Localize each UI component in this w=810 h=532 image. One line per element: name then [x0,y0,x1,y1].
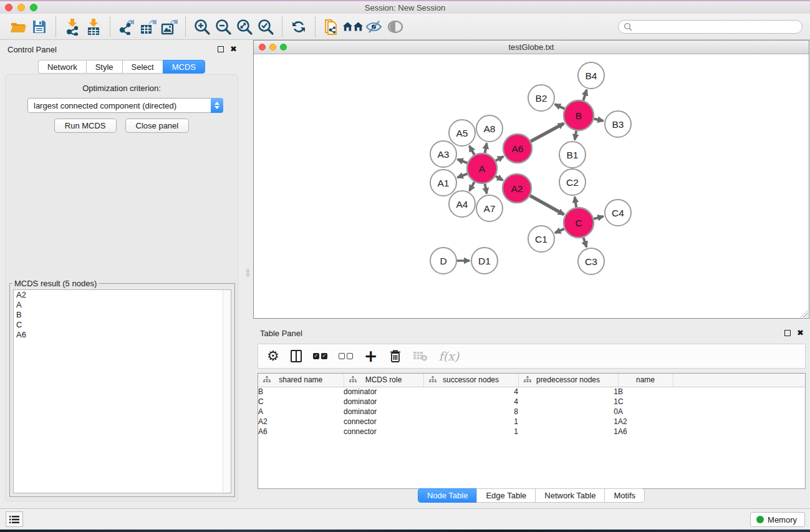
node-B[interactable]: B [564,100,594,130]
memory-button[interactable]: Memory [750,512,805,527]
network-canvas[interactable]: AA1A3A5A8A4A7A6A2BB1B2B3B4CC1C2C3C4DD1 [254,54,809,318]
table-row[interactable]: A6connector11A6 [258,427,806,437]
import-network-button[interactable] [62,16,83,37]
save-session-button[interactable] [29,16,50,37]
network-window-titlebar[interactable]: testGlobe.txt [254,41,809,54]
zoom-in-button[interactable] [191,16,213,37]
node-A5[interactable]: A5 [449,120,475,146]
close-panel-button[interactable]: Close panel [125,118,190,133]
result-list-item[interactable]: A [14,300,231,310]
node-C4[interactable]: C4 [605,200,631,226]
close-table-panel-icon[interactable]: ✖ [797,330,804,336]
table-cell[interactable]: A6 [258,427,344,437]
criterion-select[interactable]: largest connected component (directed) [27,98,223,113]
tab-style[interactable]: Style [86,60,122,74]
node-B2[interactable]: B2 [528,85,554,111]
edge-A-A5[interactable] [470,146,475,155]
edge-A-A4[interactable] [470,182,475,191]
node-B1[interactable]: B1 [559,142,586,168]
open-session-button[interactable] [7,16,29,37]
mcds-result-list[interactable]: A2ABCA6 [13,289,231,493]
edge-A-A8[interactable] [485,143,487,153]
table-cell[interactable]: 1 [518,397,618,407]
result-list-item[interactable]: B [14,310,231,320]
edge-A-A6[interactable] [496,157,504,161]
zoom-selected-button[interactable] [255,16,276,37]
edge-A-A7[interactable] [485,184,487,194]
table-cell[interactable]: 1 [423,427,518,437]
float-table-panel-icon[interactable] [784,330,791,336]
edge-A-A2[interactable] [496,176,503,180]
export-image-button[interactable] [158,16,180,37]
node-A1[interactable]: A1 [430,170,456,196]
search-field[interactable] [618,20,803,34]
network-graph[interactable]: AA1A3A5A8A4A7A6A2BB1B2B3B4CC1C2C3C4DD1 [254,54,809,318]
tab-motifs[interactable]: Motifs [604,488,645,503]
node-D[interactable]: D [430,248,456,274]
node-A4[interactable]: A4 [449,191,475,217]
table-cell[interactable]: connector [344,427,423,437]
table-cell[interactable]: B [258,387,344,397]
node-C3[interactable]: C3 [578,248,604,274]
edge-B-B1[interactable] [575,131,576,140]
table-cell[interactable]: 4 [423,397,518,407]
table-row[interactable]: Adominator80A [258,407,806,417]
table-cell[interactable]: 1 [518,427,618,437]
result-list-scrollbar[interactable] [223,290,231,493]
node-D1[interactable]: D1 [471,248,498,274]
home-view-button[interactable] [342,16,364,37]
table-cell[interactable]: 1 [518,387,618,397]
table-cell[interactable]: dominator [344,387,423,397]
run-mcds-button[interactable]: Run MCDS [54,118,117,133]
tab-select[interactable]: Select [122,60,163,74]
float-panel-icon[interactable] [218,46,224,52]
node-B4[interactable]: B4 [578,62,604,89]
table-cell[interactable]: A2 [618,417,673,427]
tab-edge-table[interactable]: Edge Table [476,488,535,503]
table-cell[interactable]: 1 [518,417,618,427]
table-cell[interactable]: 8 [423,407,518,417]
table-cell[interactable]: B [618,387,673,397]
table-cell[interactable]: A [258,407,344,417]
table-row[interactable]: Cdominator41C [258,397,806,407]
column-header-predecessor-nodes[interactable]: predecessor nodes [518,374,618,387]
table-cell[interactable]: C [258,397,344,407]
table-row[interactable]: Bdominator41B [258,387,806,397]
table-cell[interactable]: connector [344,417,423,427]
export-table-button[interactable] [137,16,158,37]
import-table-button[interactable] [83,16,104,37]
result-list-item[interactable]: A6 [14,330,231,340]
result-list-item[interactable]: A2 [14,290,231,300]
node-A8[interactable]: A8 [476,115,503,142]
node-A2[interactable]: A2 [503,174,531,203]
column-header-name[interactable]: name [618,374,673,387]
column-header-successor-nodes[interactable]: successor nodes [423,374,518,387]
close-panel-icon[interactable]: ✖ [230,46,237,52]
node-C[interactable]: C [564,208,594,238]
table-cell[interactable]: C [618,397,673,407]
function-builder-button[interactable]: f(x) [439,348,460,364]
table-cell[interactable]: A2 [258,417,344,427]
table-cell[interactable]: 1 [423,417,518,427]
zoom-out-button[interactable] [213,16,234,37]
unselect-all-columns-button[interactable] [339,348,353,364]
edge-C-C4[interactable] [594,216,604,219]
node-A6[interactable]: A6 [503,134,532,163]
table-cell[interactable]: A6 [618,427,673,437]
tab-network-table[interactable]: Network Table [535,488,604,503]
show-columns-button[interactable] [291,348,302,364]
add-column-button[interactable]: + [364,348,378,364]
birds-eye-view-button[interactable] [385,16,406,37]
delete-table-button[interactable] [413,348,428,364]
table-cell[interactable]: dominator [344,407,423,417]
edge-C-C2[interactable] [575,197,577,208]
node-B3[interactable]: B3 [605,111,631,137]
edge-B-B3[interactable] [594,118,603,120]
table-cell[interactable]: A [618,407,673,417]
edge-C-C1[interactable] [555,229,564,233]
edge-A-A3[interactable] [458,159,468,163]
edge-C-C3[interactable] [584,238,587,247]
node-C1[interactable]: C1 [528,226,554,252]
zoom-fit-button[interactable] [234,16,255,37]
node-A[interactable]: A [467,153,497,183]
